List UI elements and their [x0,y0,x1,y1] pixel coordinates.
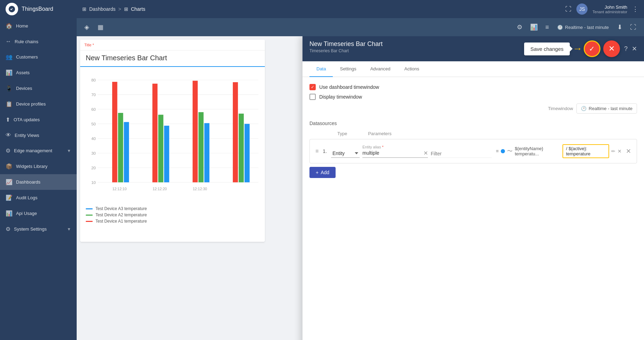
sidebar-label-device-profiles: Device profiles [16,101,46,107]
rule-chains-icon: ↔ [6,38,11,45]
sidebar-item-audit-logs[interactable]: 📝 Audit Logs [0,190,77,206]
use-dashboard-timewindow-row: ✓ Use dashboard timewindow [309,84,637,90]
breadcrumb-separator: > [118,6,121,12]
add-label: Add [321,170,329,175]
sidebar-item-widgets-library[interactable]: 📦 Widgets Library [0,159,77,174]
menu-icon[interactable]: ⋮ [632,5,638,13]
api-usage-icon: 📊 [6,210,13,217]
confirm-save-button[interactable]: ✓ [584,40,600,57]
download-icon[interactable]: ⬇ [615,21,624,33]
chevron-down-icon-system: ▼ [67,227,71,232]
tab-advanced[interactable]: Advanced [363,61,397,77]
display-timewindow-row: Display timewindow [309,94,637,100]
legend-item-a3: Test Device A3 temperature [86,206,259,211]
tab-advanced-label: Advanced [370,66,390,71]
settings-icon[interactable]: ⚙ [515,21,524,33]
svg-rect-24 [198,112,204,182]
sidebar-label-customers: Customers [16,54,38,60]
tab-settings-label: Settings [340,66,356,71]
display-timewindow-checkbox[interactable] [309,94,316,100]
system-settings-icon: ⚙ [6,226,10,232]
layers-icon[interactable]: ◈ [82,21,91,33]
sidebar-item-device-profiles[interactable]: 📋 Device profiles [0,96,77,112]
charts-icon: ⊞ [124,6,128,12]
tab-actions[interactable]: Actions [397,61,426,77]
tab-data[interactable]: Data [309,61,333,77]
chevron-down-icon: ▼ [67,148,71,153]
entity-views-icon: 👁 [6,132,11,138]
help-icon[interactable]: ? [624,45,628,53]
svg-rect-19 [124,122,129,182]
add-datasource-button[interactable]: + Add [309,167,336,178]
alias-input-row: ✕ [362,150,428,158]
edit-panel-header: New Timeseries Bar Chart Timeseries Bar … [302,36,644,61]
sidebar-label-widgets-library: Widgets Library [16,164,47,169]
sidebar-item-home[interactable]: 🏠 Home [0,18,77,34]
clear-alias-icon[interactable]: ✕ [423,150,428,156]
main-layout: 🏠 Home ↔ Rule chains 👥 Customers 📊 Asset… [0,18,644,340]
legend-color-green [86,215,93,216]
user-avatar[interactable]: JS [576,3,588,15]
sidebar-item-api-usage[interactable]: 📊 Api Usage [0,206,77,221]
expand-icon[interactable]: ⛶ [628,22,638,33]
breadcrumb-current: Charts [131,6,145,12]
datasource-row-1: ≡ 1. Entity Function Ent [309,139,637,163]
top-nav-right: ⛶ JS John Smith Tenant administrator ⋮ [565,3,638,15]
sidebar-label-rule-chains: Rule chains [15,39,38,44]
svg-rect-26 [233,82,238,182]
breadcrumb-dashboards[interactable]: Dashboards [89,6,116,12]
formula-area: = 〜 ${entityName} temperatu... / ${activ… [496,144,622,158]
sidebar-item-ota-updates[interactable]: ⬆ OTA updates [0,112,77,128]
filter-input[interactable] [431,151,492,158]
svg-rect-23 [193,81,198,183]
edit-panel-title: New Timeseries Bar Chart [309,40,383,48]
sidebar-item-dashboards[interactable]: 📈 Dashboards [0,174,77,190]
alias-label: Entity alias * [362,145,428,149]
svg-rect-20 [152,84,158,182]
user-info: John Smith Tenant administrator [592,5,627,14]
sidebar-item-assets[interactable]: 📊 Assets [0,65,77,80]
alias-input[interactable] [362,150,423,156]
sidebar-item-edge-management[interactable]: ⚙ Edge management ▼ [0,143,77,159]
grid-icon[interactable]: ▦ [95,21,106,33]
edit-formula-icon[interactable]: ✏ [611,148,615,154]
arrow-right-icon: → [573,43,582,54]
equals-icon: = [496,148,499,154]
ota-updates-icon: ⬆ [6,116,10,123]
widget-card: Title * New Timeseries Bar Chart [80,40,265,242]
sidebar-label-entity-views: Entity Views [15,133,39,138]
edit-panel-subtitle: Timeseries Bar Chart [309,48,383,53]
sidebar-item-rule-chains[interactable]: ↔ Rule chains [0,34,77,49]
timewindow-button[interactable]: 🕐 Realtime - last minute [554,23,612,32]
svg-text:12:12:20: 12:12:20 [153,187,167,191]
widgets-library-icon: 📦 [6,163,13,170]
dashboard-content: Title * New Timeseries Bar Chart [77,36,644,340]
close-row-icon[interactable]: ✕ [626,147,631,155]
sidebar-label-ota-updates: OTA updates [14,117,40,122]
chart-icon[interactable]: 📊 [528,21,540,33]
entity-type-select[interactable]: Entity Function [331,149,360,158]
delete-formula-icon[interactable]: ✕ [618,148,622,154]
timewindow-row: Timewindow 🕐 Realtime - last minute [309,103,637,114]
sidebar-item-system-settings[interactable]: ⚙ System Settings ▼ [0,221,77,237]
filter-icon[interactable]: ≡ [543,22,551,33]
svg-text:10: 10 [91,180,96,185]
sidebar-item-devices[interactable]: 📱 Devices [0,80,77,96]
svg-rect-21 [158,115,163,182]
filter-field [431,151,492,158]
sidebar-label-dashboards: Dashboards [16,179,40,185]
drag-handle-icon[interactable]: ≡ [315,148,319,154]
active-field-box[interactable]: / ${active}: temperature [562,144,609,158]
edge-management-icon: ⚙ [6,147,10,154]
close-panel-icon[interactable]: ✕ [632,45,637,53]
user-name: John Smith [592,5,627,10]
use-dashboard-timewindow-checkbox[interactable]: ✓ [309,84,316,90]
timewindow-badge[interactable]: 🕐 Realtime - last minute [576,103,637,114]
tab-settings[interactable]: Settings [333,61,363,77]
sidebar-item-customers[interactable]: 👥 Customers [0,49,77,65]
cancel-button[interactable]: ✕ [603,40,620,57]
dashboards-icon: ⊞ [82,6,86,12]
sidebar-item-entity-views[interactable]: 👁 Entity Views [0,128,77,143]
svg-rect-18 [118,113,123,182]
fullscreen-icon[interactable]: ⛶ [565,6,572,13]
